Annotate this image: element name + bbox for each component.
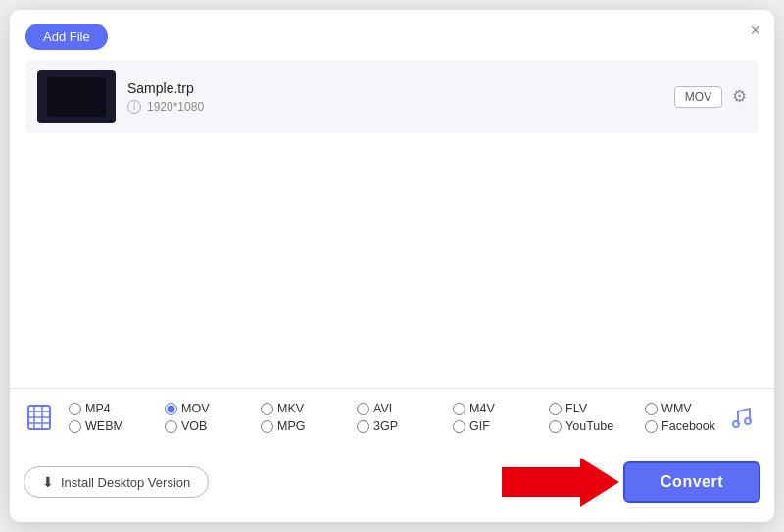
file-info: Sample.trp i 1920*1080 — [127, 80, 662, 114]
dialog-header: Add File × — [10, 10, 774, 60]
install-desktop-button[interactable]: ⬇ Install Desktop Version — [24, 466, 209, 498]
file-item: Sample.trp i 1920*1080 MOV ⚙ — [25, 60, 759, 133]
convert-button[interactable]: Convert — [623, 461, 760, 503]
format-label-mov: MOV — [181, 402, 209, 415]
format-label-webm: WEBM — [85, 419, 123, 433]
format-option-youtube[interactable]: YouTube — [549, 419, 645, 433]
format-option-webm[interactable]: WEBM — [69, 419, 165, 433]
format-option-mpg[interactable]: MPG — [261, 419, 357, 433]
video-format-icon[interactable] — [24, 399, 61, 436]
install-label: Install Desktop Version — [61, 475, 190, 490]
main-dialog: Add File × Sample.trp i 1920*1080 MOV ⚙ — [10, 10, 774, 522]
format-label-flv: FLV — [565, 402, 587, 415]
format-label-mpg: MPG — [277, 419, 305, 433]
file-resolution: 1920*1080 — [147, 100, 204, 114]
format-option-mp4[interactable]: MP4 — [69, 402, 165, 415]
format-label-3gp: 3GP — [373, 419, 398, 433]
content-area — [10, 133, 774, 388]
format-label-facebook: Facebook — [662, 419, 715, 433]
format-option-m4v[interactable]: M4V — [453, 402, 549, 415]
format-label-mp4: MP4 — [85, 402, 111, 415]
settings-icon[interactable]: ⚙ — [732, 86, 747, 107]
svg-marker-8 — [502, 458, 619, 507]
close-button[interactable]: × — [750, 22, 760, 39]
action-bar: ⬇ Install Desktop Version Convert — [10, 446, 774, 522]
format-option-avi[interactable]: AVI — [357, 402, 453, 415]
format-badge-button[interactable]: MOV — [674, 86, 722, 108]
format-option-vob[interactable]: VOB — [165, 419, 261, 433]
format-grid: MP4 MOV MKV AVI M4V — [69, 402, 715, 433]
file-actions: MOV ⚙ — [674, 86, 747, 108]
thumbnail-inner — [47, 77, 106, 117]
format-section: MP4 MOV MKV AVI M4V — [10, 388, 774, 446]
format-selector: MP4 MOV MKV AVI M4V — [24, 399, 760, 436]
download-icon: ⬇ — [42, 474, 54, 490]
format-option-flv[interactable]: FLV — [549, 402, 645, 415]
right-action-area: Convert — [502, 456, 760, 508]
format-option-facebook[interactable]: Facebook — [645, 419, 715, 433]
format-label-mkv: MKV — [277, 402, 304, 415]
file-thumbnail — [37, 70, 116, 123]
file-name: Sample.trp — [127, 80, 662, 96]
format-label-wmv: WMV — [662, 402, 692, 415]
arrow-annotation — [502, 456, 619, 508]
format-option-gif[interactable]: GIF — [453, 419, 549, 433]
info-icon: i — [127, 100, 141, 114]
format-label-avi: AVI — [373, 402, 392, 415]
format-label-gif: GIF — [469, 419, 490, 433]
svg-point-6 — [733, 421, 739, 427]
format-option-mkv[interactable]: MKV — [261, 402, 357, 415]
add-file-button[interactable]: Add File — [25, 24, 108, 50]
format-label-vob: VOB — [181, 419, 207, 433]
file-meta: i 1920*1080 — [127, 100, 662, 114]
svg-point-7 — [745, 418, 751, 424]
audio-format-icon[interactable] — [723, 399, 760, 436]
format-label-m4v: M4V — [469, 402, 495, 415]
format-option-3gp[interactable]: 3GP — [357, 419, 453, 433]
format-option-wmv[interactable]: WMV — [645, 402, 715, 415]
file-list: Sample.trp i 1920*1080 MOV ⚙ — [10, 60, 774, 133]
format-option-mov[interactable]: MOV — [165, 402, 261, 415]
format-label-youtube: YouTube — [565, 419, 613, 433]
